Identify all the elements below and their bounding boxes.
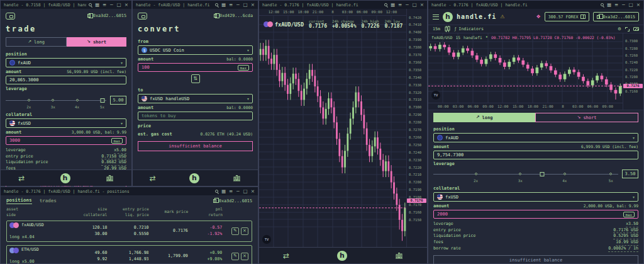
handle-logo[interactable]: h bbox=[337, 251, 347, 261]
search-icon[interactable] bbox=[215, 190, 218, 193]
handle-logo[interactable]: h bbox=[189, 173, 199, 183]
markets-nav-icon[interactable] bbox=[233, 175, 241, 181]
chart-plot[interactable]: fxAUD/USD 15 handlefi • O0.71782 H0.7179… bbox=[428, 33, 623, 103]
to-amount-input[interactable]: tokens to buy bbox=[138, 112, 253, 120]
camera-icon[interactable] bbox=[633, 27, 639, 32]
tab-long[interactable]: ↗ long bbox=[6, 37, 67, 47]
edit-position-button[interactable]: ✎ bbox=[231, 227, 239, 235]
menu-icon[interactable]: ≡ bbox=[229, 3, 233, 8]
extension-icon[interactable]: ▦ bbox=[221, 189, 226, 194]
wallet-icon[interactable] bbox=[6, 13, 15, 20]
candlestick-chart[interactable]: 12:0015:0018:0021:00803:0006:0009:0012:0… bbox=[259, 9, 427, 247]
table-row[interactable]: ETH/USD long x5.00 49.609.92 1,766.981,4… bbox=[6, 245, 252, 264]
position-select[interactable]: fxAUD ▾ bbox=[433, 133, 638, 142]
minimize-icon[interactable]: − bbox=[109, 3, 113, 8]
minimize-icon[interactable]: − bbox=[236, 189, 240, 194]
copy-icon[interactable] bbox=[213, 199, 216, 203]
time-axis[interactable]: 12:0015:0018:0021:00803:0006:0009:0012:0… bbox=[259, 9, 406, 16]
candlestick-chart[interactable]: fxAUD/USD 15 handlefi • O0.71782 H0.7179… bbox=[428, 33, 643, 110]
gear-icon[interactable]: ⚙ bbox=[618, 27, 621, 32]
title-bar[interactable]: handle - 0.7176 | fxAUD/USD | handle.fi … bbox=[428, 1, 643, 9]
max-button[interactable]: max bbox=[111, 138, 123, 144]
collateral-amount-input[interactable]: 3000 max bbox=[6, 136, 126, 145]
forex-balance-button[interactable]: 300.57 FOREX bbox=[545, 12, 590, 21]
close-position-button[interactable]: × bbox=[241, 253, 248, 260]
menu-icon[interactable]: ≡ bbox=[103, 3, 106, 8]
from-token-select[interactable]: $ USDC USD Coin ▾ bbox=[138, 45, 253, 55]
tab-short[interactable]: ↘ short bbox=[67, 37, 126, 47]
menu-icon[interactable]: ≡ bbox=[614, 3, 618, 8]
from-amount-input[interactable]: 100 max bbox=[138, 63, 253, 72]
hamburger-menu-icon[interactable] bbox=[433, 14, 439, 20]
collateral-select[interactable]: fxUSD ▾ bbox=[433, 192, 638, 202]
wallet-address-button[interactable]: 0xd429...6cda bbox=[214, 13, 253, 18]
maximize-icon[interactable]: □ bbox=[413, 3, 417, 8]
title-bar[interactable]: handle - fxAUD/USD | handle.fi ▦ ≡ − □ × bbox=[133, 1, 258, 9]
close-icon[interactable]: × bbox=[420, 3, 424, 8]
menu-icon[interactable]: ≡ bbox=[398, 3, 402, 8]
handle-logo[interactable]: h bbox=[443, 12, 453, 22]
leverage-slider[interactable] bbox=[433, 171, 618, 177]
convert-nav-icon[interactable]: ⇄ bbox=[283, 252, 289, 260]
title-bar[interactable]: handle - 0.7158 | fxAUD/USD | handle.fi … bbox=[1, 1, 131, 9]
minimize-icon[interactable]: − bbox=[236, 3, 240, 8]
search-icon[interactable] bbox=[384, 3, 387, 6]
indicators-button[interactable]: ƒ Indicators bbox=[455, 26, 484, 32]
close-icon[interactable]: × bbox=[125, 3, 128, 8]
fullscreen-icon[interactable] bbox=[625, 27, 630, 32]
minimize-icon[interactable]: − bbox=[621, 3, 625, 8]
edit-position-button[interactable]: ✎ bbox=[231, 253, 239, 260]
handle-logo[interactable]: h bbox=[60, 173, 70, 183]
submit-button[interactable]: insufficient balance bbox=[433, 255, 638, 264]
minimize-icon[interactable]: − bbox=[405, 3, 409, 8]
price-axis[interactable]: 0.73000.72800.72600.72400.72200.72000.71… bbox=[623, 33, 643, 110]
time-axis[interactable]: 00:0003:0006:0009:0012:0015:0018:0021:00… bbox=[428, 103, 623, 110]
search-icon[interactable] bbox=[89, 3, 92, 6]
amount-input[interactable]: 9,754.7300 bbox=[433, 151, 638, 159]
copy-icon[interactable] bbox=[214, 14, 217, 18]
position-select[interactable]: fxAUD ▾ bbox=[6, 58, 126, 67]
collateral-select[interactable]: fxUSD ▾ bbox=[6, 118, 126, 128]
maximize-icon[interactable]: □ bbox=[117, 3, 121, 8]
leverage-slider[interactable] bbox=[6, 97, 106, 103]
candle-style-icon[interactable] bbox=[445, 26, 450, 32]
submit-button[interactable]: insufficient balance bbox=[138, 141, 253, 151]
wallet-address-button[interactable]: 0xa3d2...6015 bbox=[213, 198, 252, 204]
markets-nav-icon[interactable] bbox=[395, 252, 403, 259]
wallet-address-button[interactable]: 0xa3d2...6015 bbox=[87, 13, 126, 18]
maximize-icon[interactable]: □ bbox=[243, 3, 248, 8]
close-icon[interactable]: × bbox=[251, 189, 255, 194]
tradingview-logo[interactable]: TV bbox=[262, 235, 271, 244]
menu-icon[interactable]: ≡ bbox=[229, 189, 233, 194]
markets-nav-icon[interactable] bbox=[106, 175, 114, 181]
extension-icon[interactable]: ▦ bbox=[221, 3, 226, 8]
swap-direction-button[interactable]: ⇅ bbox=[191, 74, 200, 83]
tab-short[interactable]: ↘ short bbox=[535, 113, 638, 122]
close-icon[interactable]: × bbox=[636, 3, 640, 8]
convert-nav-icon[interactable]: ⇄ bbox=[18, 175, 25, 182]
collateral-amount-input[interactable]: 2000 max bbox=[433, 210, 638, 219]
wallet-icon[interactable] bbox=[138, 13, 147, 20]
warning-icon[interactable]: ⚠ bbox=[500, 14, 504, 20]
slider-handle[interactable] bbox=[100, 98, 104, 103]
maximize-icon[interactable]: □ bbox=[629, 3, 633, 8]
extension-icon[interactable]: ▦ bbox=[391, 3, 395, 8]
extension-icon[interactable]: ▦ bbox=[607, 3, 611, 8]
extension-icon[interactable]: ▦ bbox=[95, 3, 99, 8]
copy-icon[interactable] bbox=[87, 14, 91, 18]
search-icon[interactable] bbox=[601, 3, 604, 6]
price-axis[interactable]: 0.74200.74100.74000.73900.73800.73700.73… bbox=[406, 9, 427, 247]
sparkle-icon[interactable]: ❖ bbox=[536, 14, 541, 20]
amount-input[interactable]: 20,865.3000 bbox=[6, 76, 126, 84]
wallet-address-button[interactable]: 0xa3d2...6015 bbox=[593, 12, 639, 21]
chart-plot[interactable]: fxAUD/USD current0.7176 24h change+0.005… bbox=[259, 16, 406, 247]
max-button[interactable]: max bbox=[623, 212, 635, 217]
title-bar[interactable]: handle - 0.7176 | fxAUD/USD | handle.fi … bbox=[1, 187, 258, 195]
title-bar[interactable]: handle - 0.7176 | fxAUD/USD | handle.fi … bbox=[259, 1, 427, 9]
tab-trades[interactable]: trades bbox=[40, 198, 57, 204]
to-token-select[interactable]: fxUSD handleUSD ▾ bbox=[138, 94, 253, 103]
search-icon[interactable] bbox=[215, 3, 218, 6]
tab-long[interactable]: ↗ long bbox=[433, 113, 535, 122]
maximize-icon[interactable]: □ bbox=[243, 189, 248, 194]
tab-positions[interactable]: positions bbox=[6, 197, 32, 204]
